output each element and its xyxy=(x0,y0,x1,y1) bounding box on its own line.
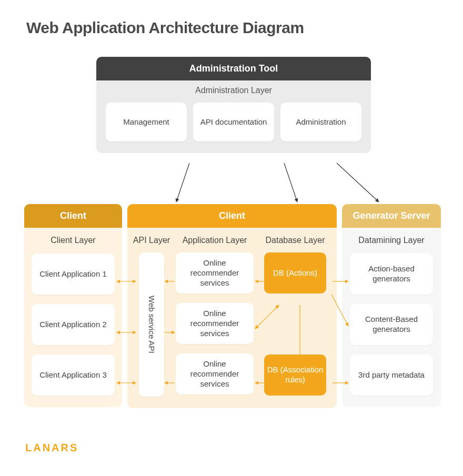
arrow-admin-to-db xyxy=(284,163,297,202)
client-left-block: Client Client Layer Client Application 1… xyxy=(24,204,122,407)
client-left-cards: Client Application 1 Client Application … xyxy=(24,249,122,407)
app-column: Application Layer Online recommender ser… xyxy=(170,228,259,397)
client-layer-label: Client Layer xyxy=(24,228,122,249)
arrow-admin-to-gen xyxy=(337,163,379,202)
app-card-3: Online recommender services xyxy=(176,353,254,394)
datamining-layer-label: Datamining Layer xyxy=(342,228,441,249)
arrow-admin-to-client xyxy=(176,163,189,202)
client-main-header: Client xyxy=(127,204,337,228)
admin-card-administration: Administration xyxy=(280,103,361,141)
client-app-1: Client Application 1 xyxy=(32,254,115,295)
page-title: Web Application Architecture Diagram xyxy=(26,19,304,37)
app-card-2: Online recommender services xyxy=(176,303,254,344)
api-column: API Layer Web service API xyxy=(133,228,170,397)
admin-card-management: Management xyxy=(106,103,187,141)
admin-card-api-doc: API documentation xyxy=(193,103,274,141)
client-main-block: Client API Layer Web service API Applica… xyxy=(127,204,337,408)
client-left-header: Client xyxy=(24,204,122,228)
db-card-actions: DB (Actions) xyxy=(264,252,326,293)
admin-layer-label: Administration Layer xyxy=(96,80,371,96)
generator-cards: Action-based generators Content-Based ge… xyxy=(342,249,441,407)
generator-header: Generator Server xyxy=(342,204,441,228)
admin-block: Administration Tool Administration Layer… xyxy=(96,57,371,153)
client-app-3: Client Application 3 xyxy=(32,355,115,396)
app-card-1: Online recommender services xyxy=(176,252,254,293)
gen-card-3rdparty: 3rd party metadata xyxy=(350,355,433,396)
api-layer-label: API Layer xyxy=(133,228,170,249)
db-card-assoc: DB (Association rules) xyxy=(264,355,326,396)
logo: LANARS xyxy=(25,442,78,454)
api-card: Web service API xyxy=(139,252,164,397)
app-layer-label: Application Layer xyxy=(183,228,247,249)
db-layer-label: Database Layer xyxy=(266,228,325,249)
admin-header: Administration Tool xyxy=(96,57,371,80)
generator-block: Generator Server Datamining Layer Action… xyxy=(342,204,441,407)
gen-card-action: Action-based generators xyxy=(350,254,433,295)
db-column: Database Layer DB (Actions) DB (Associat… xyxy=(259,228,331,397)
client-app-2: Client Application 2 xyxy=(32,304,115,345)
admin-cards: Management API documentation Administrat… xyxy=(96,96,371,153)
gen-card-content: Content-Based generators xyxy=(350,304,433,345)
